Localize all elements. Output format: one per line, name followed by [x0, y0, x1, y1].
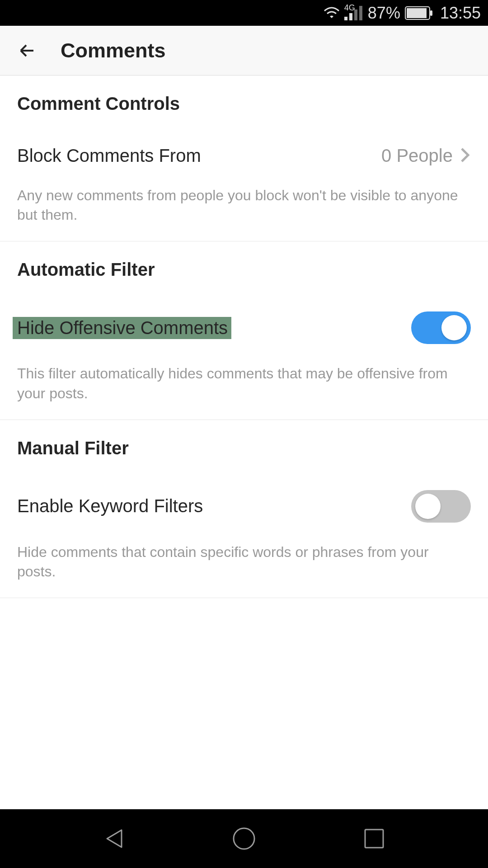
section-title-automatic-filter: Automatic Filter — [0, 241, 488, 297]
signal-icon: 4G — [344, 6, 364, 20]
block-comments-row[interactable]: Block Comments From 0 People — [0, 131, 488, 180]
toggle-knob — [415, 494, 441, 519]
hide-offensive-label: Hide Offensive Comments — [13, 317, 231, 339]
wifi-icon — [323, 6, 341, 20]
back-button[interactable] — [14, 38, 40, 63]
page-title: Comments — [61, 39, 166, 62]
svg-rect-1 — [349, 13, 352, 20]
status-redacted-area — [0, 0, 119, 26]
triangle-back-icon — [104, 827, 124, 850]
status-icons: 4G 87% 13:55 — [323, 4, 481, 23]
system-nav-bar — [0, 809, 488, 868]
network-type-label: 4G — [344, 3, 355, 13]
status-time-label: 13:55 — [440, 4, 481, 23]
section-manual-filter: Manual Filter Enable Keyword Filters Hid… — [0, 420, 488, 598]
block-comments-description: Any new comments from people you block w… — [0, 180, 488, 225]
nav-back-button[interactable] — [99, 823, 130, 854]
app-header: Comments — [0, 26, 488, 75]
section-title-manual-filter: Manual Filter — [0, 420, 488, 476]
keyword-filter-label: Enable Keyword Filters — [17, 496, 203, 516]
svg-rect-0 — [344, 17, 347, 20]
toggle-knob — [441, 315, 467, 340]
svg-rect-5 — [407, 8, 427, 18]
section-automatic-filter: Automatic Filter Hide Offensive Comments… — [0, 241, 488, 420]
battery-icon — [405, 6, 433, 20]
hide-offensive-row: Hide Offensive Comments — [0, 297, 488, 359]
arrow-left-icon — [16, 40, 38, 61]
settings-content: Comment Controls Block Comments From 0 P… — [0, 75, 488, 809]
circle-home-icon — [232, 827, 256, 850]
svg-point-7 — [234, 828, 254, 849]
section-title-comment-controls: Comment Controls — [0, 75, 488, 131]
svg-rect-3 — [359, 6, 362, 20]
keyword-filter-row: Enable Keyword Filters — [0, 476, 488, 537]
svg-rect-6 — [430, 10, 432, 16]
nav-recent-button[interactable] — [358, 823, 390, 854]
chevron-right-icon — [460, 146, 471, 166]
section-comment-controls: Comment Controls Block Comments From 0 P… — [0, 75, 488, 241]
hide-offensive-toggle[interactable] — [411, 311, 471, 344]
square-recent-icon — [364, 828, 385, 849]
hide-offensive-description: This filter automatically hides comments… — [0, 359, 488, 403]
nav-home-button[interactable] — [228, 823, 260, 854]
svg-rect-8 — [365, 830, 383, 848]
status-bar: 4G 87% 13:55 — [0, 0, 488, 26]
block-comments-label: Block Comments From — [17, 146, 201, 166]
keyword-filter-description: Hide comments that contain specific word… — [0, 537, 488, 581]
block-comments-value: 0 People — [381, 146, 453, 166]
keyword-filter-toggle[interactable] — [411, 490, 471, 523]
battery-percent-label: 87% — [368, 4, 400, 23]
block-comments-right: 0 People — [381, 146, 471, 166]
